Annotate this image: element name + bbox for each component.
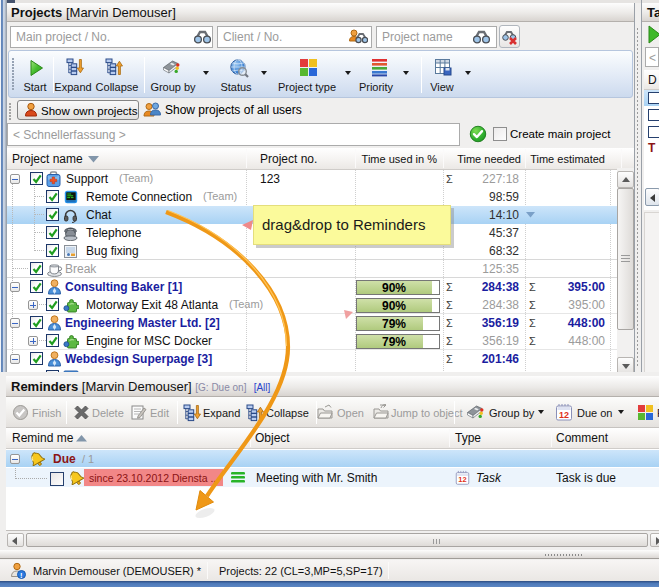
svg-text:12: 12 <box>458 475 466 484</box>
svg-text:!: ! <box>20 571 23 579</box>
svg-text:12: 12 <box>559 410 569 420</box>
